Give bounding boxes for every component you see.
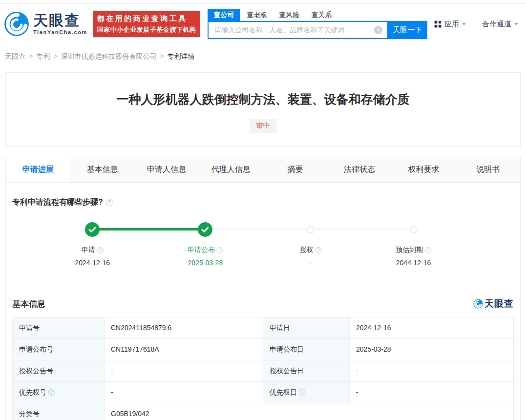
nav-coop-label: 合作通道: [482, 20, 511, 29]
search-area: 查公司 查老板 查风险 查关系 × 天眼一下: [208, 9, 427, 39]
row-value: CN202411854879.6: [105, 317, 263, 339]
table-row: 申请号 CN202411854879.6 申请日 2024-12-16: [13, 317, 514, 339]
step-date: 2024-12-16: [75, 259, 110, 267]
step-date: 2044-12-16: [396, 259, 431, 267]
promo-banner: 都在用的商业查询工具 国家中小企业发展子基金旗下机构: [93, 11, 200, 37]
help-icon[interactable]: ?: [217, 247, 223, 253]
timeline-step-apply: 申请? 2024-12-16: [75, 246, 110, 267]
site-header: 天眼查 TianYanCha.com 都在用的商业查询工具 国家中小企业发展子基…: [0, 4, 526, 44]
progress-section-heading: 专利申请流程有哪些步骤? ?: [12, 197, 514, 208]
step-label: 申请公布: [188, 246, 215, 254]
step-date: -: [300, 259, 322, 267]
row-label: 申请日: [263, 317, 350, 339]
timeline-connector-done: [92, 228, 205, 231]
chevron-down-icon: [514, 23, 518, 25]
tab-applicant-info[interactable]: 申请人信息: [134, 157, 199, 182]
search-tab-boss[interactable]: 查老板: [247, 9, 267, 21]
row-label: 优先权号?: [13, 382, 105, 403]
search-tab-relation[interactable]: 查关系: [311, 9, 332, 21]
tab-basic-info[interactable]: 基本信息: [70, 157, 135, 182]
step-done-icon: [198, 222, 212, 237]
clear-icon[interactable]: ×: [374, 26, 382, 34]
help-icon[interactable]: ?: [316, 247, 322, 253]
row-value: 2025-03-28: [350, 339, 514, 360]
help-icon[interactable]: ?: [425, 247, 431, 253]
timeline-step-publication: 申请公布? 2025-03-28: [188, 246, 223, 267]
nav-apps[interactable]: 应用: [434, 20, 466, 29]
timeline-connector-pending: [205, 229, 311, 230]
row-value: G05B19/042: [105, 403, 514, 420]
step-pending-icon: [410, 226, 418, 233]
search-tab-company[interactable]: 查公司: [208, 9, 240, 21]
nav-apps-label: 应用: [444, 20, 459, 29]
row-label: 授权公告日: [263, 360, 350, 382]
top-divider: [0, 0, 526, 4]
header-nav: 应用 合作通道: [434, 20, 518, 29]
help-icon[interactable]: ?: [106, 199, 113, 206]
breadcrumb-patent[interactable]: 专利: [36, 52, 50, 60]
timeline-step-expiry: 预估到期? 2044-12-16: [396, 246, 431, 267]
search-input[interactable]: [208, 21, 387, 39]
search-tabs: 查公司 查老板 查风险 查关系: [208, 9, 427, 21]
table-row: 优先权号? - 优先权日? -: [13, 382, 514, 403]
apps-grid-icon: [434, 21, 442, 28]
tab-agent-info[interactable]: 代理人信息: [199, 157, 263, 182]
aperture-swirl-icon: [4, 11, 29, 37]
row-label: 申请公布号: [13, 339, 105, 360]
progress-timeline: 申请? 2024-12-16 申请公布? 2025-03-28 授权? - 预估…: [12, 218, 514, 276]
breadcrumb-company[interactable]: 深圳市优必选科技股份有限公司: [61, 52, 156, 60]
tab-abstract[interactable]: 摘要: [263, 157, 328, 182]
table-row: 申请公布号 CN119717618A 申请公布日 2025-03-28: [13, 339, 514, 360]
timeline-connector-pending: [311, 229, 414, 230]
nav-coop[interactable]: 合作通道: [482, 20, 518, 29]
step-label: 申请: [82, 246, 95, 254]
search-button[interactable]: 天眼一下: [387, 21, 427, 39]
promo-line2: 国家中小企业发展子基金旗下机构: [97, 25, 196, 34]
basic-info-heading: 基本信息: [12, 298, 45, 310]
row-label: 授权公告号: [13, 360, 105, 382]
nav-divider: [474, 21, 474, 28]
row-value: -: [105, 382, 263, 403]
breadcrumb-current: 专利详情: [168, 52, 195, 60]
breadcrumb-separator: >: [29, 52, 33, 60]
page-title: 一种人形机器人跌倒控制方法、装置、设备和存储介质: [6, 91, 520, 107]
patent-title-card: 一种人形机器人跌倒控制方法、装置、设备和存储介质 审中: [5, 72, 521, 147]
help-icon[interactable]: ?: [48, 389, 55, 396]
basic-info-table: 申请号 CN202411854879.6 申请日 2024-12-16 申请公布…: [12, 317, 514, 420]
step-pending-icon: [307, 226, 315, 233]
step-label: 预估到期: [396, 246, 423, 254]
watermark-text: 天眼查: [484, 297, 514, 310]
tianyancha-watermark: 天眼查: [473, 297, 514, 310]
row-label: 申请号: [13, 317, 105, 339]
row-value: CN119717618A: [105, 339, 263, 360]
breadcrumb-separator: >: [53, 52, 57, 60]
step-done-icon: [85, 222, 100, 237]
help-icon[interactable]: ?: [97, 247, 104, 253]
brand-domain: TianYanCha.com: [33, 29, 87, 35]
basic-info-heading-row: 基本信息 天眼查: [12, 297, 514, 310]
promo-line1: 都在用的商业查询工具: [97, 14, 196, 23]
tab-description[interactable]: 说明书: [456, 157, 520, 182]
tab-claims[interactable]: 权利要求: [392, 157, 456, 182]
row-label: 分类号: [13, 403, 105, 420]
step-date: 2025-03-28: [188, 259, 223, 267]
row-value: 2024-12-16: [350, 317, 514, 339]
detail-tabbar: 申请进展 基本信息 申请人信息 代理人信息 摘要 法律状态 权利要求 说明书: [6, 157, 520, 183]
progress-heading-text: 专利申请流程有哪些步骤?: [12, 197, 103, 208]
breadcrumb-separator: >: [160, 52, 164, 60]
tab-application-progress[interactable]: 申请进展: [6, 157, 70, 182]
row-label-text: 优先权号: [19, 382, 46, 403]
row-label-text: 优先权日: [270, 382, 297, 403]
chevron-down-icon: [462, 23, 466, 25]
tianyancha-logo[interactable]: 天眼查 TianYanCha.com: [4, 11, 87, 37]
step-label: 授权: [300, 246, 314, 254]
brand-name: 天眼查: [33, 13, 87, 28]
row-value: -: [350, 360, 514, 382]
row-value: -: [105, 360, 263, 382]
breadcrumb-home[interactable]: 天眼查: [5, 52, 25, 60]
status-badge: 审中: [250, 119, 277, 133]
search-tab-risk[interactable]: 查风险: [279, 9, 299, 21]
breadcrumb: 天眼查>专利>深圳市优必选科技股份有限公司>专利详情: [0, 44, 526, 67]
help-icon[interactable]: ?: [299, 389, 305, 396]
tab-legal-status[interactable]: 法律状态: [327, 157, 392, 182]
